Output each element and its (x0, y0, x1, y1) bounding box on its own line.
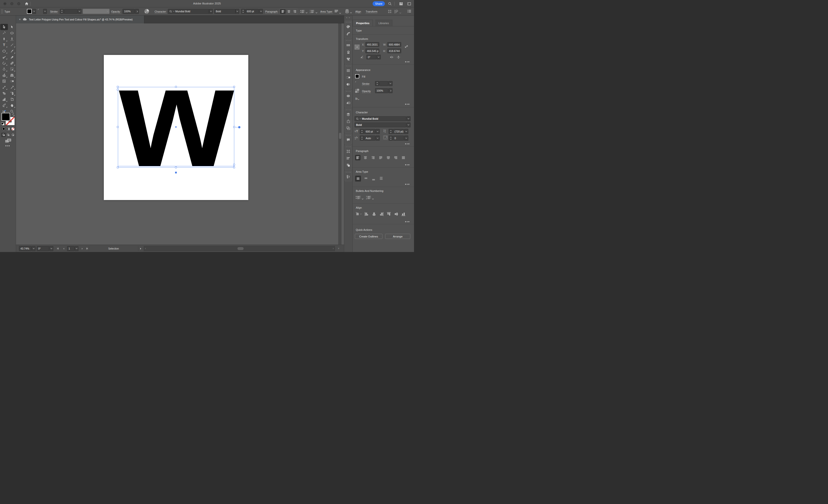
panel-opacity-field[interactable]: 100% (375, 88, 388, 93)
font-size-stepper[interactable] (241, 9, 245, 14)
more-area-type-options-icon[interactable] (405, 184, 409, 185)
rotate-tool[interactable] (0, 60, 8, 66)
dock-drag-handle[interactable] (346, 135, 351, 135)
artboard[interactable]: w (104, 55, 248, 200)
constrain-proportions-icon[interactable] (404, 45, 408, 49)
scale-tool[interactable] (8, 60, 16, 66)
pen-tool[interactable] (0, 36, 8, 42)
artboards-panel-icon[interactable] (345, 125, 351, 132)
selection-handle[interactable] (117, 86, 119, 88)
font-size-field[interactable]: 600 pt (245, 9, 259, 14)
stroke-color-dropdown[interactable] (43, 9, 47, 14)
more-appearance-options-icon[interactable] (405, 104, 409, 105)
panel-font-size-stepper[interactable] (360, 129, 364, 134)
opacity-expand-button[interactable] (388, 88, 392, 93)
paintbrush-tool[interactable] (8, 48, 16, 54)
transform-panel-icon[interactable] (345, 148, 351, 155)
bulleted-list-dropdown[interactable] (306, 11, 307, 13)
numbered-list-dropdown[interactable] (316, 11, 317, 13)
panel-font-size-field[interactable]: 600 pt (364, 129, 375, 134)
align-center-button[interactable] (286, 9, 292, 14)
tab-properties[interactable]: Properties (353, 20, 373, 26)
stroke-panel-icon[interactable] (345, 67, 351, 74)
status-options-button[interactable] (138, 246, 143, 251)
stroke-weight-dropdown[interactable] (78, 9, 81, 14)
align-left-button[interactable] (355, 155, 361, 161)
first-artboard-button[interactable] (55, 246, 61, 251)
canvas-area[interactable]: w (16, 24, 344, 244)
font-size-dropdown[interactable] (259, 9, 263, 14)
draw-behind-button[interactable] (6, 133, 10, 137)
selection-handle[interactable] (117, 167, 119, 168)
selection-handle[interactable] (175, 86, 177, 88)
draw-inside-button[interactable] (11, 133, 15, 137)
arrange-documents-icon[interactable] (399, 1, 403, 6)
controlbar-drag-handle[interactable] (1, 9, 3, 13)
kerning-dropdown[interactable] (376, 135, 380, 141)
y-field[interactable]: 466.545 p (365, 49, 379, 53)
align-to-selector[interactable] (355, 212, 362, 216)
hand-tool[interactable] (8, 102, 16, 109)
slice-tool[interactable] (0, 102, 8, 109)
color-button[interactable] (1, 127, 6, 131)
area-type-link[interactable]: Area Type: (320, 10, 333, 13)
panel-font-size-dropdown[interactable] (376, 129, 380, 134)
swatches-panel-icon[interactable] (345, 42, 351, 49)
leading-stepper[interactable] (388, 129, 393, 134)
tab-libraries[interactable]: Libraries (375, 20, 392, 26)
lasso-tool[interactable] (8, 30, 16, 36)
bulleted-list-icon[interactable] (300, 9, 305, 14)
text-wrap-options-icon[interactable] (394, 9, 398, 14)
collapse-panels-ic[interactable]: < < (344, 15, 353, 20)
none-button[interactable] (11, 127, 15, 131)
horizontal-scrollbar[interactable]: ‹ › (144, 246, 335, 251)
font-style-dropdown[interactable] (236, 9, 239, 14)
h-field[interactable]: 418.6744 (387, 49, 401, 53)
panel-font-family-select[interactable]: Mundial Bold (355, 116, 406, 121)
scroll-left-icon[interactable]: ‹ (145, 247, 146, 250)
next-artboard-button[interactable] (80, 246, 85, 251)
area-type-justify-button[interactable] (378, 175, 384, 181)
fill-indicator-swatch[interactable] (1, 113, 10, 121)
selection-handle[interactable] (233, 164, 235, 166)
eraser-tool[interactable] (8, 54, 16, 60)
magic-wand-tool[interactable] (0, 30, 8, 36)
align-vertical-bottom-button[interactable] (401, 212, 406, 217)
leading-dropdown[interactable] (404, 129, 408, 134)
dock-drag-handle[interactable] (346, 109, 351, 110)
kerning-stepper[interactable] (360, 135, 364, 141)
x-field[interactable]: 493.3031 (365, 42, 379, 47)
gradient-panel-icon[interactable] (345, 74, 351, 81)
gradient-tool[interactable] (8, 78, 16, 85)
comments-panel-icon[interactable] (345, 136, 351, 143)
text-wrap-dropdown[interactable] (400, 11, 401, 14)
export-panel-icon[interactable] (345, 118, 351, 125)
brushes-panel-icon[interactable] (345, 49, 351, 55)
dock-drag-handle[interactable] (346, 40, 351, 41)
panel-font-family-dropdown[interactable] (406, 116, 411, 121)
justify-all-button[interactable] (401, 155, 406, 161)
stroke-panel-link[interactable]: Stroke: (50, 10, 58, 13)
bulleted-list-icon[interactable] (356, 195, 361, 200)
swap-fill-stroke-icon[interactable] (12, 113, 15, 117)
scroll-down-icon[interactable]: v (338, 247, 339, 249)
align-left-button[interactable] (280, 9, 286, 14)
opacity-expand-button[interactable] (135, 9, 139, 14)
blend-tool[interactable] (0, 90, 8, 97)
stroke-label[interactable]: Stroke (362, 82, 369, 86)
type-tool[interactable]: T (0, 42, 8, 48)
color-panel-icon[interactable] (345, 23, 351, 30)
ellipse-tool[interactable] (0, 48, 8, 54)
selection-handle[interactable] (233, 86, 235, 88)
rotation-dropdown[interactable] (49, 246, 53, 251)
dock-drag-handle[interactable] (346, 172, 351, 173)
create-outlines-button[interactable]: Create Outlines (355, 234, 382, 239)
paragraph-panel-link[interactable]: Paragraph: (265, 10, 278, 13)
fill-color-swatch[interactable] (27, 9, 32, 14)
opacity-link[interactable]: Opacity: (111, 10, 121, 13)
stroke-weight-dropdown[interactable] (388, 81, 392, 86)
draw-normal-button[interactable] (1, 133, 6, 137)
column-graph-tool[interactable] (0, 96, 8, 102)
selection-handle[interactable] (233, 126, 235, 128)
gradient-button[interactable] (6, 127, 10, 131)
